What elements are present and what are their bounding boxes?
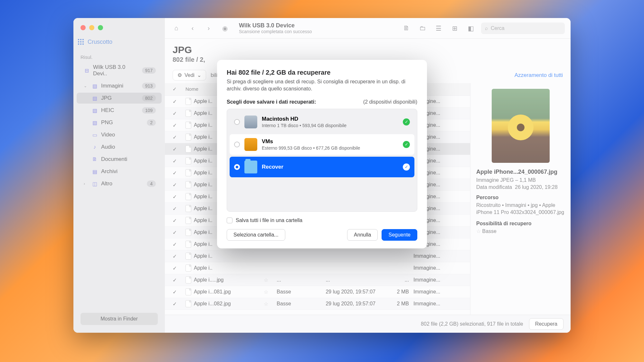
save-all-label: Salva tutti i file in una cartella bbox=[236, 218, 302, 223]
modal-subtitle: Si prega di scegliere una dest di recup.… bbox=[227, 78, 417, 93]
check-icon: ✓ bbox=[403, 141, 410, 148]
folder-icon bbox=[244, 161, 257, 173]
modal-backdrop: Hai 802 file / 2,2 GB da recuperare Si p… bbox=[73, 18, 571, 333]
app-window: Cruscotto Risul. ⊟ Wilk USB 3.0 Devi.. 9… bbox=[73, 18, 571, 333]
radio-button[interactable] bbox=[234, 142, 240, 147]
dest-sub: Interno 1 TB disco • 593,94 GB disponibi… bbox=[262, 123, 398, 128]
select-folder-button[interactable]: Seleziona cartella... bbox=[227, 229, 285, 241]
save-all-checkbox-row[interactable]: Salva tutti i file in una cartella bbox=[227, 218, 417, 223]
destination-vms[interactable]: VMs Esterno 999,53 GB disco • 677,26 GB … bbox=[230, 134, 414, 155]
dest-name: Macintosh HD bbox=[262, 116, 398, 122]
modal-title: Hai 802 file / 2,2 GB da recuperare bbox=[227, 69, 417, 76]
radio-button[interactable] bbox=[234, 164, 240, 170]
cancel-button[interactable]: Annulla bbox=[347, 229, 378, 241]
check-icon: ✓ bbox=[403, 118, 410, 125]
dest-name: Recover bbox=[262, 164, 398, 170]
internal-disk-icon bbox=[244, 116, 257, 128]
checkbox[interactable] bbox=[227, 218, 232, 223]
device-count-label: (2 dispositivi disponibili) bbox=[363, 99, 417, 105]
next-button[interactable]: Seguente bbox=[382, 229, 417, 241]
check-icon: ✓ bbox=[403, 163, 410, 171]
recovery-destination-modal: Hai 802 file / 2,2 GB da recuperare Si p… bbox=[217, 60, 427, 248]
dest-name: VMs bbox=[262, 138, 398, 145]
destination-list: Macintosh HD Interno 1 TB disco • 593,94… bbox=[227, 109, 417, 212]
choose-destination-label: Scegli dove salvare i dati recuperati: bbox=[227, 99, 316, 105]
external-disk-icon bbox=[244, 138, 257, 151]
destination-recover-folder[interactable]: Recover ✓ bbox=[230, 157, 414, 177]
dest-sub: Esterno 999,53 GB disco • 677,26 GB disp… bbox=[262, 145, 398, 151]
radio-button[interactable] bbox=[234, 119, 240, 125]
destination-macintosh-hd[interactable]: Macintosh HD Interno 1 TB disco • 593,94… bbox=[230, 112, 414, 132]
